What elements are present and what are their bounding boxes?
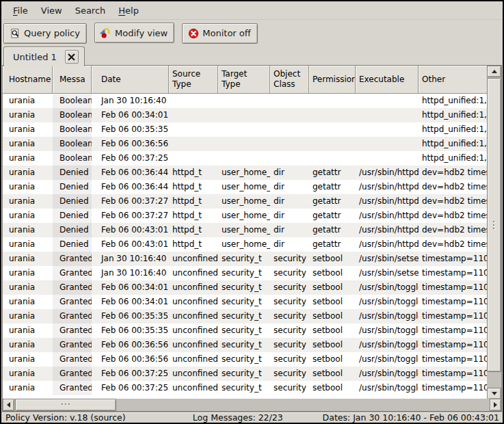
table-cell: Denied [53, 194, 92, 209]
table-cell: /usr/sbin/httpd [356, 194, 419, 209]
table-cell: Feb 06 00:37:27 [92, 209, 169, 223]
table-cell [356, 122, 419, 137]
table-cell: dir [270, 237, 309, 252]
menu-view[interactable]: View [36, 5, 67, 16]
table-row[interactable]: uraniaGrantedFeb 06 00:34:01unconfined_s… [3, 280, 487, 295]
table-cell: urania [3, 323, 53, 338]
table-cell: dir [270, 194, 309, 209]
table-row[interactable]: uraniaDeniedFeb 06 00:36:44httpd_tuser_h… [3, 180, 487, 194]
tab-untitled-1[interactable]: Untitled 1 [3, 47, 85, 66]
column-header-message[interactable]: Messa▼ [53, 66, 92, 94]
table-row[interactable]: uraniaDeniedFeb 06 00:36:44httpd_tuser_h… [3, 165, 487, 180]
tab-close-button[interactable] [65, 50, 79, 64]
table-cell: /usr/sbin/toggle [356, 280, 419, 295]
query-policy-button[interactable]: Query policy [3, 23, 87, 44]
table-cell: urania [3, 223, 53, 237]
scroll-right-button[interactable] [490, 399, 501, 411]
table-row[interactable]: uraniaBooleanFeb 06 00:37:25httpd_unifie… [3, 151, 487, 165]
monitor-off-button[interactable]: Monitor off [182, 23, 257, 44]
column-header-object-class[interactable]: Object Class [270, 66, 309, 94]
table-row[interactable]: uraniaDeniedFeb 06 00:43:01httpd_tuser_h… [3, 237, 487, 252]
menu-search[interactable]: Search [70, 5, 111, 16]
table-cell: Boolean [53, 94, 92, 108]
table-cell: Granted [53, 266, 92, 280]
table-row[interactable]: uraniaGrantedFeb 06 00:34:01unconfined_s… [3, 295, 487, 309]
table-cell: urania [3, 295, 53, 309]
horizontal-scrollbar-trough[interactable] [14, 399, 490, 411]
table-cell: dev=hdb2 timesta [419, 223, 487, 237]
vertical-scrollbar-trough[interactable] [487, 77, 501, 388]
table-row[interactable]: uraniaGrantedFeb 06 00:37:25unconfined_s… [3, 381, 487, 395]
table-cell: security_t [218, 309, 270, 323]
column-header-permission[interactable]: Permission [309, 66, 356, 94]
table-row[interactable]: uraniaDeniedFeb 06 00:37:27httpd_tuser_h… [3, 194, 487, 209]
column-header-target-type[interactable]: Target Type [218, 66, 270, 94]
scroll-left-button[interactable] [3, 399, 14, 411]
table-cell: urania [3, 252, 53, 266]
vertical-scrollbar[interactable] [487, 66, 501, 399]
table-cell: unconfined_ [169, 309, 218, 323]
table-cell: urania [3, 280, 53, 295]
table-cell: /usr/sbin/httpd [356, 165, 419, 180]
table-cell: httpd_unified:1, h [419, 94, 487, 108]
table-row[interactable]: uraniaBooleanFeb 06 00:35:35httpd_unifie… [3, 122, 487, 137]
horizontal-scrollbar[interactable] [3, 399, 501, 411]
column-label: Messa [59, 75, 85, 85]
vertical-scrollbar-thumb[interactable] [487, 78, 501, 372]
table-row[interactable]: uraniaDeniedFeb 06 00:43:01httpd_tuser_h… [3, 223, 487, 237]
table-cell: security_t [218, 266, 270, 280]
table-cell: urania [3, 266, 53, 280]
column-header-date[interactable]: Date [92, 66, 169, 94]
table-cell: Feb 06 00:43:01 [92, 223, 169, 237]
table-cell: Granted [53, 309, 92, 323]
column-label: Object Class [274, 69, 300, 90]
horizontal-scrollbar-thumb[interactable] [15, 399, 116, 411]
table-cell: security_t [218, 367, 270, 381]
table-cell: urania [3, 94, 53, 108]
column-header-executable[interactable]: Executable [356, 66, 419, 94]
table-cell: user_home_ [218, 209, 270, 223]
column-label: Date [101, 75, 121, 85]
table-row[interactable]: uraniaGrantedFeb 06 00:35:35unconfined_s… [3, 323, 487, 338]
table-cell [169, 122, 218, 137]
table-cell: unconfined_ [169, 252, 218, 266]
table-row[interactable]: uraniaGrantedJan 30 10:16:40unconfined_s… [3, 266, 487, 280]
column-header-hostname[interactable]: Hostname [3, 66, 53, 94]
table-row[interactable]: uraniaBooleanJan 30 10:16:40httpd_unifie… [3, 94, 487, 108]
table-cell: setbool [309, 338, 356, 352]
column-label: Executable [359, 75, 404, 85]
scroll-up-button[interactable] [487, 66, 501, 77]
table-row[interactable]: uraniaDeniedFeb 06 00:37:27httpd_tuser_h… [3, 209, 487, 223]
table-cell: Jan 30 10:16:40 [92, 94, 169, 108]
modify-view-button[interactable]: Modify view [94, 23, 174, 43]
log-view-panel: HostnameMessa▼DateSource TypeTarget Type… [2, 65, 502, 412]
table-cell: timestamp=11071 [419, 266, 487, 280]
table-row[interactable]: uraniaBooleanFeb 06 00:36:56httpd_unifie… [3, 137, 487, 151]
table-cell: Feb 06 00:36:56 [92, 352, 169, 367]
table-cell: httpd_t [169, 180, 218, 194]
menu-help[interactable]: Help [114, 5, 144, 16]
table-cell: Denied [53, 180, 92, 194]
table-row[interactable]: uraniaBooleanFeb 06 00:34:01httpd_unifie… [3, 108, 487, 122]
table-row[interactable]: uraniaGrantedJan 30 10:16:40unconfined_s… [3, 252, 487, 266]
table-cell: security [270, 295, 309, 309]
log-message-table: uraniaBooleanJan 30 10:16:40httpd_unifie… [3, 94, 487, 399]
menu-file[interactable]: File [8, 5, 33, 16]
table-cell: /usr/sbin/toggle [356, 295, 419, 309]
table-row[interactable]: uraniaGrantedFeb 06 00:35:35unconfined_s… [3, 309, 487, 323]
table-cell: setbool [309, 252, 356, 266]
column-header-source-type[interactable]: Source Type [169, 66, 218, 94]
scroll-down-button[interactable] [487, 388, 501, 399]
table-row[interactable]: uraniaGrantedFeb 06 00:37:25unconfined_s… [3, 367, 487, 381]
table-cell: security [270, 352, 309, 367]
table-row[interactable]: uraniaGrantedFeb 06 00:36:56unconfined_s… [3, 338, 487, 352]
table-cell: unconfined_ [169, 352, 218, 367]
column-header-other[interactable]: Other [419, 66, 487, 94]
table-cell: dev=hdb2 timesta [419, 209, 487, 223]
table-cell: Denied [53, 237, 92, 252]
table-cell [270, 122, 309, 137]
table-cell: /usr/sbin/httpd [356, 237, 419, 252]
table-row[interactable]: uraniaGrantedFeb 06 00:36:56unconfined_s… [3, 352, 487, 367]
menu-bar: FileViewSearchHelp [1, 1, 503, 20]
arrow-down-icon [492, 392, 497, 395]
